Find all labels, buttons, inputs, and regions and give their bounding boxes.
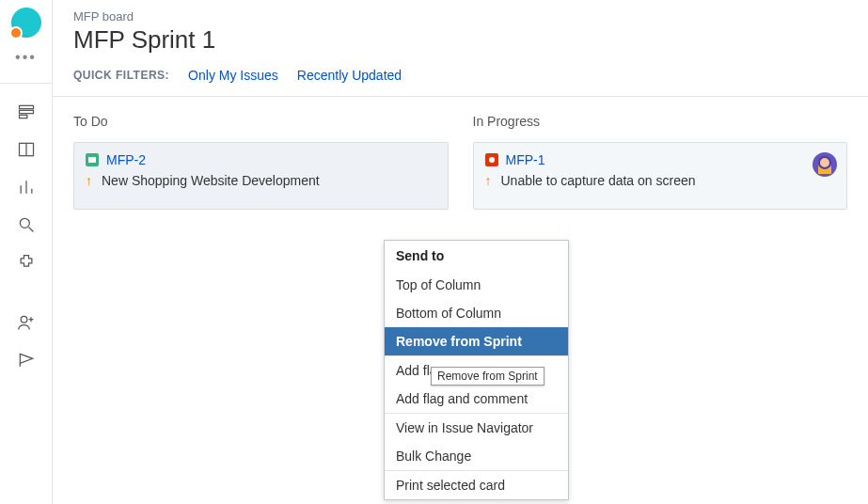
card-mfp-2[interactable]: MFP-2 ↑ New Shopping Website Development [73, 142, 449, 210]
bug-issuetype-icon [485, 153, 498, 166]
quick-filters-row: QUICK FILTERS: Only My Issues Recently U… [73, 68, 847, 83]
priority-up-icon: ↑ [485, 174, 492, 187]
ctx-print-selected-card[interactable]: Print selected card [385, 471, 568, 499]
ctx-add-flag-comment[interactable]: Add flag and comment [385, 385, 568, 413]
hover-tooltip: Remove from Sprint [431, 367, 544, 386]
assignee-avatar[interactable] [813, 152, 837, 177]
card-summary: Unable to capture data on screen [501, 173, 696, 188]
sidebar-divider [0, 83, 52, 84]
card-summary: New Shopping Website Development [102, 173, 320, 188]
card-key[interactable]: MFP-2 [106, 152, 146, 167]
story-issuetype-icon [86, 153, 99, 166]
column-title: To Do [73, 114, 449, 129]
filters-label: QUICK FILTERS: [73, 69, 169, 82]
svg-rect-1 [19, 110, 33, 113]
card-mfp-1[interactable]: MFP-1 ↑ Unable to capture data on screen [473, 142, 848, 210]
reports-icon[interactable] [15, 176, 38, 198]
filter-only-my-issues[interactable]: Only My Issues [188, 68, 278, 83]
app-root: ••• MFP board MFP Sprint 1 QU [0, 0, 868, 504]
card-key[interactable]: MFP-1 [506, 152, 545, 167]
left-sidebar: ••• [0, 0, 53, 504]
ctx-remove-from-sprint[interactable]: Remove from Sprint [385, 327, 568, 355]
filter-recently-updated[interactable]: Recently Updated [297, 68, 402, 83]
sprint-title: MFP Sprint 1 [73, 25, 847, 55]
priority-up-icon: ↑ [86, 174, 92, 187]
svg-line-9 [28, 228, 33, 232]
column-title: In Progress [473, 114, 848, 129]
ctx-top-of-column[interactable]: Top of Column [385, 271, 568, 299]
svg-point-10 [21, 316, 27, 323]
backlog-icon[interactable] [15, 101, 38, 123]
add-user-icon[interactable] [15, 311, 38, 334]
svg-rect-2 [19, 115, 26, 118]
ctx-bulk-change[interactable]: Bulk Change [385, 442, 568, 470]
ctx-bottom-of-column[interactable]: Bottom of Column [385, 299, 568, 327]
svg-point-8 [20, 218, 29, 228]
feedback-icon[interactable] [15, 349, 38, 371]
ctx-header-send-to: Send to [385, 241, 568, 271]
search-icon[interactable] [15, 213, 38, 236]
ctx-view-in-navigator[interactable]: View in Issue Navigator [385, 414, 568, 442]
board-header: MFP board MFP Sprint 1 QUICK FILTERS: On… [53, 0, 868, 97]
more-menu-icon[interactable]: ••• [15, 49, 37, 66]
svg-rect-0 [19, 105, 33, 108]
addon-icon[interactable] [15, 251, 38, 274]
board-icon[interactable] [15, 138, 38, 161]
project-avatar-icon[interactable] [11, 8, 41, 38]
board-name: MFP board [73, 9, 847, 24]
